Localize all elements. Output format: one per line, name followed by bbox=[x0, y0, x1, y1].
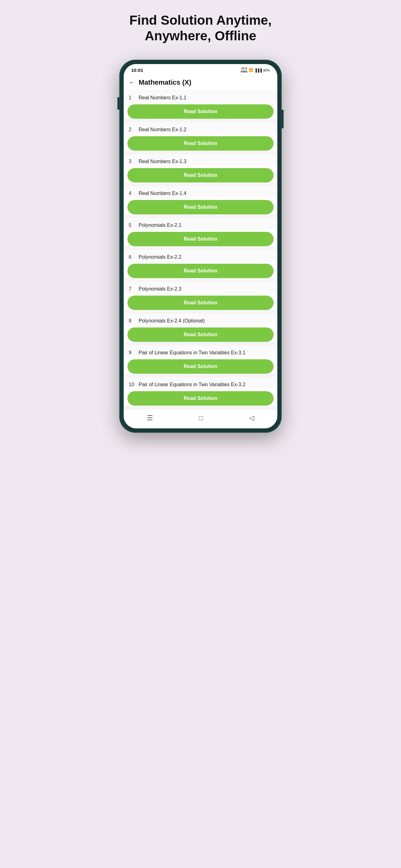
read-solution-button[interactable]: Read Solution bbox=[127, 391, 274, 406]
item-number: 10 bbox=[129, 382, 135, 388]
list-item-header: 9Pair of Linear Equations in Two Variabl… bbox=[124, 346, 277, 357]
list-item-header: 1Real Numbers Ex-1.1 bbox=[124, 91, 277, 102]
page-headline: Find Solution Anytime, Anywhere, Offline bbox=[129, 12, 272, 44]
read-solution-button[interactable]: Read Solution bbox=[127, 359, 274, 374]
list-item-header: 4Real Numbers Ex-1.4 bbox=[124, 186, 277, 197]
item-title: Polynomials Ex-2.2 bbox=[139, 254, 181, 260]
app-header: ← Mathematics (X) bbox=[124, 75, 277, 91]
list-item: 7Polynomials Ex-2.3Read Solution bbox=[124, 282, 277, 310]
status-icons: 27.0 KB/S 📶 ▐▐▐ 40% bbox=[241, 67, 270, 73]
item-title: Polynomials Ex-2.4 (Optional) bbox=[139, 318, 205, 324]
item-number: 4 bbox=[129, 191, 135, 196]
back-button[interactable]: ← bbox=[129, 79, 135, 86]
read-solution-button[interactable]: Read Solution bbox=[127, 200, 274, 214]
app-header-title: Mathematics (X) bbox=[139, 79, 192, 87]
list-item-header: 8Polynomials Ex-2.4 (Optional) bbox=[124, 314, 277, 325]
phone-mockup: 10:01 27.0 KB/S 📶 ▐▐▐ 40% ← Mathematics … bbox=[119, 60, 282, 433]
item-title: Real Numbers Ex-1.3 bbox=[139, 159, 187, 164]
item-number: 9 bbox=[129, 350, 135, 355]
signal-icon: ▐▐▐ bbox=[255, 68, 262, 72]
list-item: 3Real Numbers Ex-1.3Read Solution bbox=[124, 154, 277, 183]
item-number: 1 bbox=[129, 95, 135, 101]
item-title: Polynomials Ex-2.3 bbox=[139, 286, 181, 292]
item-title: Real Numbers Ex-1.2 bbox=[139, 127, 187, 132]
read-solution-button[interactable]: Read Solution bbox=[127, 168, 274, 183]
item-number: 8 bbox=[129, 318, 135, 324]
list-item-header: 3Real Numbers Ex-1.3 bbox=[124, 154, 277, 165]
back-nav-icon[interactable]: ◁ bbox=[249, 414, 254, 422]
read-solution-button[interactable]: Read Solution bbox=[127, 296, 274, 310]
list-item: 9Pair of Linear Equations in Two Variabl… bbox=[124, 346, 277, 374]
phone-screen: 10:01 27.0 KB/S 📶 ▐▐▐ 40% ← Mathematics … bbox=[124, 64, 277, 428]
data-speed: 27.0 KB/S bbox=[241, 67, 248, 73]
read-solution-button[interactable]: Read Solution bbox=[127, 328, 274, 342]
item-title: Pair of Linear Equations in Two Variable… bbox=[139, 350, 245, 355]
status-time: 10:01 bbox=[131, 67, 143, 73]
item-title: Polynomials Ex-2.1 bbox=[139, 222, 181, 228]
menu-icon[interactable]: ☰ bbox=[147, 414, 153, 422]
item-number: 2 bbox=[129, 127, 135, 132]
item-number: 7 bbox=[129, 286, 135, 292]
item-title: Real Numbers Ex-1.1 bbox=[139, 95, 187, 101]
item-number: 5 bbox=[129, 222, 135, 228]
list-item-header: 6Polynomials Ex-2.2 bbox=[124, 250, 277, 261]
list-item-header: 5Polynomials Ex-2.1 bbox=[124, 218, 277, 229]
list-item: 8Polynomials Ex-2.4 (Optional)Read Solut… bbox=[124, 314, 277, 342]
list-item: 1Real Numbers Ex-1.1Read Solution bbox=[124, 91, 277, 119]
read-solution-button[interactable]: Read Solution bbox=[127, 232, 274, 246]
status-bar: 10:01 27.0 KB/S 📶 ▐▐▐ 40% bbox=[124, 64, 277, 75]
read-solution-button[interactable]: Read Solution bbox=[127, 136, 274, 151]
list-item: 6Polynomials Ex-2.2Read Solution bbox=[124, 250, 277, 278]
list-item-header: 10Pair of Linear Equations in Two Variab… bbox=[124, 377, 277, 389]
list-item: 10Pair of Linear Equations in Two Variab… bbox=[124, 377, 277, 406]
item-title: Real Numbers Ex-1.4 bbox=[139, 191, 187, 196]
content-list: 1Real Numbers Ex-1.1Read Solution2Real N… bbox=[124, 91, 277, 409]
bottom-nav: ☰ □ ◁ bbox=[124, 409, 277, 428]
item-number: 3 bbox=[129, 159, 135, 164]
item-title: Pair of Linear Equations in Two Variable… bbox=[139, 382, 245, 388]
wifi-icon: 📶 bbox=[249, 68, 253, 72]
read-solution-button[interactable]: Read Solution bbox=[127, 264, 274, 278]
list-item-header: 7Polynomials Ex-2.3 bbox=[124, 282, 277, 293]
list-item-header: 2Real Numbers Ex-1.2 bbox=[124, 122, 277, 134]
list-item: 4Real Numbers Ex-1.4Read Solution bbox=[124, 186, 277, 214]
read-solution-button[interactable]: Read Solution bbox=[127, 104, 274, 119]
list-item: 2Real Numbers Ex-1.2Read Solution bbox=[124, 122, 277, 151]
home-icon[interactable]: □ bbox=[199, 414, 203, 422]
list-item: 5Polynomials Ex-2.1Read Solution bbox=[124, 218, 277, 246]
battery-indicator: 40% bbox=[263, 68, 270, 72]
item-number: 6 bbox=[129, 254, 135, 260]
